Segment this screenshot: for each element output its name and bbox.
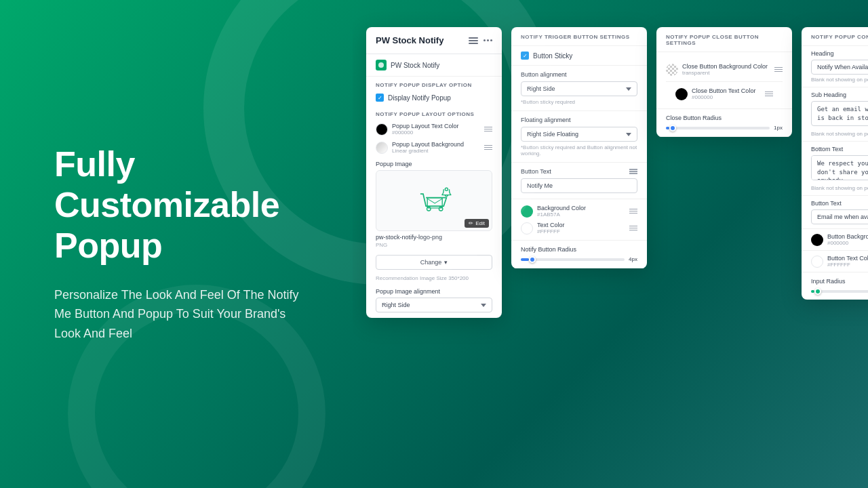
cart-icon: [416, 182, 453, 220]
button-text-input[interactable]: Notify Me: [521, 178, 637, 193]
close-text-color-row: Close Button Text Color #000000: [666, 81, 783, 103]
subheading-hint: Blank not showing on popup.: [811, 131, 868, 137]
content-button-text-color-value: #FFFFFF: [827, 262, 868, 268]
more-icon[interactable]: [484, 39, 492, 41]
close-radius-value: 1px: [774, 125, 783, 131]
content-button-bg-swatch[interactable]: [811, 234, 823, 246]
trigger-bg-swatch[interactable]: [521, 205, 533, 218]
bg-color-stack-icon: [484, 145, 492, 150]
close-radius-fill: [666, 127, 669, 129]
content-button-bg-label: Button Background Color: [827, 233, 868, 240]
close-bg-value: transparent: [682, 70, 770, 76]
button-alignment-select[interactable]: Right Side: [521, 81, 637, 96]
close-bg-swatch[interactable]: [666, 64, 678, 76]
input-radius-thumb[interactable]: [814, 288, 821, 295]
radius-slider-fill: [521, 258, 529, 261]
close-radius-thumb[interactable]: [669, 125, 676, 131]
content-button-bg-info: Button Background Color #000000: [827, 233, 868, 246]
close-text-value: #000000: [692, 94, 761, 100]
floating-alignment-group: Floating alignment Right Side Floating *…: [511, 111, 647, 163]
close-bg-info: Close Button Background Color transparen…: [682, 63, 770, 76]
sticky-checkbox[interactable]: [521, 52, 529, 60]
image-container: ✏ Edit: [376, 170, 492, 231]
bg-color-row: Popup Layout Background Linear gradient: [366, 138, 502, 157]
bottom-text-hint: Blank not showing on popup.: [811, 185, 868, 191]
close-section-title: NOTIFY POPUP CLOSE BUTTON SETTINGS: [656, 27, 792, 52]
text-color-info: Popup Layout Text Color #000000: [392, 123, 480, 136]
content-section-title: NOTIFY POPUP CONTENT SETTINGS: [802, 27, 868, 46]
close-bg-label: Close Button Background Color: [682, 63, 770, 70]
content-button-text-header: Button Text: [811, 200, 868, 207]
rec-text: Recommendation Image Size 350*200: [366, 275, 502, 285]
content-button-text-swatch[interactable]: [811, 256, 823, 268]
content-button-bg-field: Button Background Color #000000: [802, 229, 868, 251]
close-radius-slider-track[interactable]: [666, 127, 770, 129]
subheading-textarea[interactable]: [811, 101, 868, 126]
menu-icon[interactable]: [469, 37, 478, 44]
bg-color-info: Popup Layout Background Linear gradient: [392, 141, 480, 154]
bottom-text-field: Bottom Text Blank not showing on popup.: [802, 142, 868, 196]
display-checkbox-row[interactable]: Display Notify Popup: [366, 91, 502, 107]
bg-color-swatch[interactable]: [376, 142, 388, 154]
content-button-bg-value: #000000: [827, 240, 868, 246]
trigger-bg-info: Background Color #1AB57A: [537, 205, 625, 218]
display-section-label: NOTIFY POPUP DISPLAY OPTION: [366, 77, 502, 91]
change-button[interactable]: Change ▾: [376, 255, 492, 270]
display-checkbox[interactable]: [376, 94, 384, 102]
panel-scroll: NOTIFY POPUP DISPLAY OPTION Display Noti…: [366, 77, 502, 318]
trigger-section-title: NOTIFY TRIGGER BUTTON SETTINGS: [511, 27, 647, 46]
close-panel-scroll: Close Button Background Color transparen…: [656, 52, 792, 137]
heading-header: Heading: [811, 50, 868, 57]
floating-alignment-value: Right Side Floating: [527, 131, 578, 138]
text-color-swatch[interactable]: [376, 123, 388, 136]
button-text-section: Button Text Notify Me: [511, 163, 647, 199]
bottom-text-textarea[interactable]: [811, 155, 868, 180]
bottom-text-label: Bottom Text: [811, 146, 843, 152]
select-arrow-2-icon: [626, 87, 631, 91]
bg-color-section: Background Color #1AB57A Text Color #FFF…: [511, 199, 647, 241]
radius-value: 4px: [629, 256, 637, 262]
heading-label: Heading: [811, 50, 834, 57]
popup-align-select[interactable]: Right Side: [376, 298, 492, 312]
panel-close: NOTIFY POPUP CLOSE BUTTON SETTINGS Close…: [656, 27, 792, 137]
svg-point-0: [378, 62, 384, 68]
edit-label: Edit: [475, 220, 485, 226]
panels-container: PW Stock Notify PW Stock Notify NOTIFY P…: [353, 0, 868, 488]
brand-icon: [376, 60, 387, 70]
edit-button[interactable]: ✏ Edit: [465, 219, 489, 228]
hero-title: Fully Customizable Popup: [54, 144, 312, 266]
close-radius-slider-row: 1px: [666, 125, 783, 131]
text-color-stack-icon: [484, 127, 492, 132]
trigger-text-swatch[interactable]: [521, 222, 533, 235]
content-button-text-field: Button Text Email me when available: [802, 196, 868, 229]
panel-header: PW Stock Notify: [366, 27, 502, 54]
bg-color-value: Linear gradient: [392, 148, 480, 154]
radius-slider-thumb[interactable]: [529, 256, 536, 263]
heading-field: Heading Notify When Available Blank not …: [802, 46, 868, 87]
subheading-label: Sub Heading: [811, 92, 846, 98]
content-button-text-color-label: Button Text Color: [827, 255, 868, 262]
close-text-swatch[interactable]: [675, 88, 688, 100]
content-button-text-color-info: Button Text Color #FFFFFF: [827, 255, 868, 268]
content-button-text-input[interactable]: Email me when available: [811, 209, 868, 224]
trigger-bg-stack-icon: [629, 209, 637, 214]
panel-stock-notify: PW Stock Notify PW Stock Notify NOTIFY P…: [366, 27, 502, 318]
button-text-header: Button Text: [521, 168, 637, 175]
close-text-label: Close Button Text Color: [692, 87, 761, 94]
change-arrow: ▾: [444, 259, 448, 266]
close-bg-stack-icon: [774, 67, 783, 73]
panel-title: PW Stock Notify: [376, 35, 443, 45]
brand-name: PW Stock Notify: [391, 62, 439, 69]
input-radius-label: Input Radius: [811, 278, 868, 285]
image-format: PNG: [366, 242, 502, 252]
floating-alignment-select[interactable]: Right Side Floating: [521, 127, 637, 142]
select-arrow-3-icon: [626, 133, 631, 136]
heading-input[interactable]: Notify When Available: [811, 60, 868, 75]
close-text-info: Close Button Text Color #000000: [692, 87, 761, 100]
trigger-text-value: #FFFFFF: [537, 228, 625, 235]
input-radius-slider-track[interactable]: [811, 290, 868, 293]
select-arrow-icon: [481, 304, 486, 307]
notify-radius-section: Notify Button Radius 4px: [511, 241, 647, 268]
radius-slider-track[interactable]: [521, 258, 625, 261]
subheading-header: Sub Heading: [811, 92, 868, 98]
